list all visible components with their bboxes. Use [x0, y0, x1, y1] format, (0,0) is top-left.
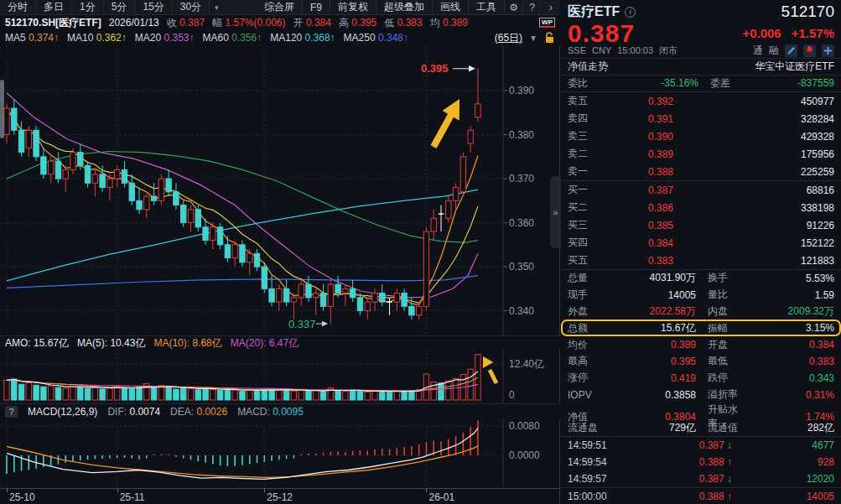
quote-field-value: 0.387 — [179, 17, 205, 29]
quote-field-label: 均 — [430, 17, 443, 29]
macd-name: DIF: — [107, 406, 129, 418]
ma-value: 0.353↑ — [164, 32, 194, 44]
macd-legend-item: MACD(12,26,9) — [28, 406, 97, 418]
orderbook-price: 0.387 — [603, 184, 719, 196]
vol-name: MA(20): — [231, 337, 269, 349]
toolbar-expand-icon[interactable]: › — [542, 0, 560, 14]
settings-gear-icon[interactable]: ⚙ — [505, 0, 523, 14]
orderbook-row-sell[interactable]: 卖四0.391328284 — [561, 110, 841, 127]
stat-value: 3.15% — [745, 322, 834, 334]
orderbook-level-label: 买一 — [568, 183, 603, 197]
stat-label: 量比 — [696, 288, 745, 302]
vol-value: 6.47亿 — [269, 337, 299, 349]
toolbar-item-工具[interactable]: 工具 — [469, 0, 505, 14]
quote-field-value: 0.384 — [306, 17, 331, 29]
orderbook-row-buy[interactable]: 买二0.386338198 — [561, 199, 841, 216]
orderbook-price: 0.390 — [603, 131, 719, 143]
macd-name: MACD: — [237, 406, 273, 418]
toolbar-item-30分[interactable]: 30分 — [173, 0, 210, 14]
orderbook-row-sell[interactable]: 卖二0.389175956 — [561, 145, 841, 163]
ma-legend-bar: MA5 0.374↑MA10 0.362↑MA20 0.353↑MA60 0.3… — [0, 30, 560, 45]
stat-row-涨停: 涨停0.419跌停0.343 — [561, 370, 841, 387]
toolbar-item-画线[interactable]: 画线 — [433, 0, 469, 14]
fund-name: 华宝中证医疗ETF — [755, 60, 834, 74]
symbol-label: 512170.SH[医疗ETF] — [5, 16, 101, 30]
macd-legend-bar: ? MACD(12,26,9) DIF: 0.0074DEA: 0.0026MA… — [0, 403, 560, 419]
toolbar-item-5分[interactable]: 5分 — [104, 0, 136, 14]
quote-field-value: 0.395 — [351, 17, 376, 29]
unlock-icon[interactable] — [544, 32, 555, 44]
toolbar-item-综合屏[interactable]: 综合屏 — [257, 0, 303, 14]
orderbook-volume: 68816 — [719, 184, 834, 196]
period-dropdown-caret[interactable]: ▾ — [210, 0, 224, 14]
info-icon[interactable]: i — [625, 7, 636, 18]
orderbook-row-buy[interactable]: 买三0.38591226 — [561, 216, 841, 234]
tick-price: 0.388 ↑ — [630, 456, 732, 468]
macd-value: 0.0026 — [196, 406, 227, 418]
weibi-label: 委比 — [568, 76, 596, 91]
orderbook-row-sell[interactable]: 卖五0.392450977 — [561, 92, 841, 110]
volume-chart[interactable]: 12.40亿0 — [0, 350, 560, 403]
toolbar-item-多日[interactable]: 多日 — [36, 0, 72, 14]
svg-text:0.350: 0.350 — [509, 261, 534, 273]
add-plus-icon[interactable] — [822, 44, 834, 57]
volume-legend-item: MA(20): 6.47亿 — [231, 336, 299, 351]
quote-field-value: 0.389 — [443, 17, 468, 29]
nav-trend-label[interactable]: 净值走势 — [568, 60, 608, 74]
stat-value: 0.31% — [745, 389, 834, 401]
toolbar-item-F9[interactable]: F9 — [303, 0, 330, 14]
alert-bell-icon[interactable] — [803, 44, 816, 57]
svg-text:0.395: 0.395 — [421, 62, 449, 75]
orderbook-row-buy[interactable]: 买五0.383121883 — [561, 252, 841, 269]
left-scroll-handle[interactable] — [0, 80, 4, 138]
toolbar-item-超级叠加[interactable]: 超级叠加 — [376, 0, 433, 14]
svg-text:0.370: 0.370 — [509, 173, 534, 184]
toolbar-item-前复权[interactable]: 前复权 — [330, 0, 376, 14]
orderbook-level-label: 卖三 — [568, 129, 603, 143]
quote-field-value: 0.383 — [397, 17, 423, 29]
orderbook-price: 0.384 — [603, 237, 719, 249]
ma120-line — [7, 190, 478, 281]
ma-value: 0.356↑ — [231, 32, 262, 44]
period-selector[interactable]: (65日) — [495, 31, 522, 45]
orderbook-volume: 121883 — [719, 255, 834, 267]
ma5-line — [7, 108, 478, 304]
stat-value: 14005 — [606, 289, 696, 301]
tick-time: 14:59:57 — [568, 473, 630, 485]
stat-row-总量: 总量4031.90万换手5.53% — [561, 270, 841, 287]
svg-text:0.337: 0.337 — [288, 318, 316, 330]
tick-price-value: 0.387 — [699, 473, 727, 485]
orderbook-row-buy[interactable]: 买四0.384152122 — [561, 234, 841, 252]
macd-name: MACD(12,26,9) — [28, 406, 97, 418]
stat-value: 0.3858 — [606, 389, 696, 401]
tick-row: 15:00:000.388 ↑14005 — [561, 487, 841, 504]
orderbook-row-sell[interactable]: 卖三0.390429328 — [561, 127, 841, 145]
stat-row-现手: 现手14005量比1.59 — [561, 287, 841, 304]
volume-bars — [4, 355, 480, 400]
tick-time: 14:59:54 — [568, 456, 630, 468]
orderbook-volume: 175956 — [719, 148, 834, 160]
stat-label: 总额 — [568, 321, 606, 335]
volume-legend-item: AMO: 15.67亿 — [5, 336, 69, 351]
toolbar-item-15分[interactable]: 15分 — [135, 0, 172, 14]
quote-field-label: 收 — [167, 17, 179, 29]
stat-row-流通盘: 流通盘729亿流通值282亿 — [561, 419, 841, 436]
quote-time: 15:00:03 — [617, 45, 653, 55]
toolbar-item-1分[interactable]: 1分 — [72, 0, 104, 14]
period-caret-icon[interactable]: ▼ — [529, 34, 537, 43]
svg-text:12.40亿: 12.40亿 — [509, 358, 544, 370]
orderbook-row-buy[interactable]: 买一0.38768816 — [561, 181, 841, 199]
macd-chart[interactable]: 0.00800.0000 — [0, 419, 560, 488]
help-icon[interactable]: ? — [523, 0, 542, 14]
panel-expander-handle[interactable]: » — [550, 176, 561, 248]
toolbar-item-分时[interactable]: 分时 — [0, 0, 36, 14]
main-candlestick-chart[interactable]: 0.3900.3800.3700.3600.3500.3400.3950.337 — [0, 45, 560, 335]
macd-help-icon[interactable]: ? — [5, 406, 18, 418]
edit-pencil-icon[interactable] — [785, 44, 797, 57]
stat-row-均价: 均价0.389开盘0.384 — [561, 336, 841, 353]
wp-window-badge[interactable]: WP — [539, 18, 555, 28]
orderbook-row-sell[interactable]: 卖一0.388225259 — [561, 163, 841, 180]
margin-tag-通: 通 — [753, 44, 763, 58]
ma-name: MA250 — [344, 32, 378, 44]
ma-legend-item: MA5 0.374↑ — [5, 32, 59, 44]
